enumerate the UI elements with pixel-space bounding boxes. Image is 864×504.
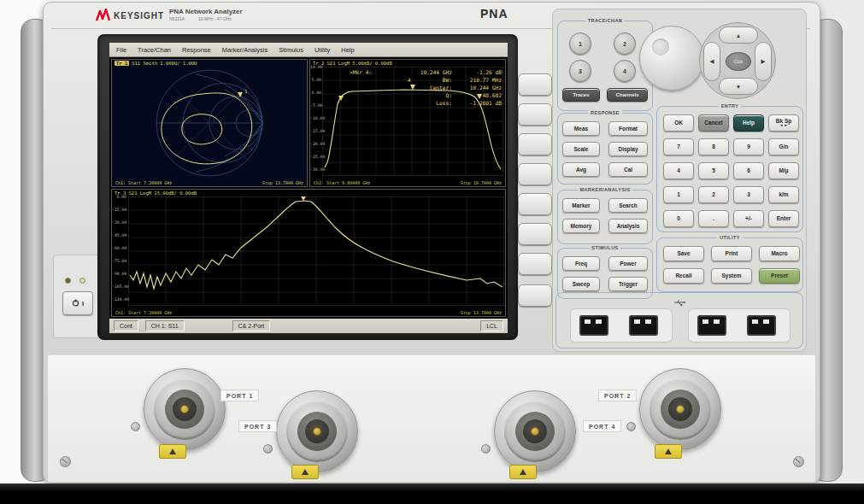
key-memory[interactable]: Memory [562,219,600,233]
key-trace-3[interactable]: 3 [569,60,591,82]
menu-response[interactable]: Response [182,46,211,54]
key-mu[interactable]: M/µ [768,162,799,179]
key-format[interactable]: Format [608,121,648,136]
key-trace-2[interactable]: 2 [614,32,636,55]
wide-ytick: -120.00 [112,297,126,302]
softkey-6[interactable] [518,223,552,245]
key-marker[interactable]: Marker [562,198,600,213]
key-backspace[interactable]: Bk Sp ◄ ► [768,114,799,132]
key-8[interactable]: 8 [698,138,729,155]
section-title: TRACE/CHAN [585,18,625,23]
key-preset[interactable]: Preset [759,268,800,284]
port-1-connector [144,368,226,450]
knob-dimple [652,38,669,56]
menu-utility[interactable]: Utility [314,46,330,54]
key-meas[interactable]: Meas [562,121,600,136]
key-3[interactable]: 3 [733,186,764,203]
softkey-5[interactable] [518,193,552,215]
key-enter[interactable]: Enter [768,210,799,227]
nav-up-button[interactable]: ▲ [719,26,758,44]
usb-icon [673,295,685,310]
bp-ytick: -30.00 [310,167,321,172]
key-trace-4[interactable]: 4 [614,60,636,82]
caution-icon [520,469,526,475]
key-freq[interactable]: Freq [562,256,600,271]
key-recall[interactable]: Recall [663,268,704,284]
power-standby-icon [72,299,79,308]
caution-icon [169,448,176,454]
readout-field: Q: [384,91,452,99]
bp-ytick: 10.00 [310,65,321,69]
key-traces[interactable]: Traces [562,88,600,102]
softkey-4[interactable] [518,163,552,185]
key-5[interactable]: 5 [698,162,729,179]
key-4[interactable]: 4 [663,162,694,179]
key-decimal[interactable]: . [698,210,729,227]
key-7[interactable]: 7 [663,138,694,155]
key-power[interactable]: Power [608,256,648,271]
key-gn[interactable]: G/n [768,138,799,155]
power-line-label: I [82,300,84,308]
caution-icon [302,469,309,475]
key-avg[interactable]: Avg [562,162,600,177]
menu-help[interactable]: Help [341,46,354,54]
softkey-7[interactable] [518,253,552,275]
menu-file[interactable]: File [116,46,126,54]
status-cal: C& 2-Port [232,320,271,331]
key-ok[interactable]: OK [663,114,694,132]
status-run-mode: Cont [114,320,138,331]
connector-panel: PORT 1 PORT 3 PORT 4 PORT 2 [48,355,815,482]
key-print[interactable]: Print [711,246,752,261]
trace1-title: S11 Smith 1.000U/ 1.00U [132,61,197,66]
softkey-8[interactable] [518,284,552,307]
key-macro[interactable]: Macro [759,246,800,261]
menu-stimulus[interactable]: Stimulus [279,46,303,54]
wide-footer-start: Ch1: Start 7.20000 GHz [115,310,172,315]
trace2-title: Tr 2 S21 LogM 5.00dB/ 0.00dB [313,61,392,66]
power-button[interactable]: I [62,291,93,315]
wide-footer-stop: Stop 13.7000 GHz [461,310,502,315]
key-plus-minus[interactable]: +/- [733,210,764,227]
softkey-1[interactable] [518,73,552,96]
key-search[interactable]: Search [608,198,648,213]
key-6[interactable]: 6 [733,162,764,179]
rotary-knob[interactable] [639,26,704,91]
key-save[interactable]: Save [663,246,704,261]
brand-name: KEYSIGHT [114,11,164,21]
key-trace-1[interactable]: 1 [569,32,591,55]
key-trigger[interactable]: Trigger [608,277,648,291]
key-cal[interactable]: Cal [608,162,648,177]
port-2-label: PORT 2 [598,390,637,401]
key-help[interactable]: Help [733,114,764,132]
softkey-2[interactable] [518,103,552,126]
bandpass-graph-panel: Tr 2 S21 LogM 5.00dB/ 0.00dB 10.00 5.00 … [309,59,506,187]
readout-label [350,84,384,91]
nav-down-button[interactable]: ▼ [719,78,758,95]
model-number: N5221A [169,16,185,21]
wide-ytick: -90.00 [112,272,126,276]
key-system[interactable]: System [711,268,752,284]
key-cancel[interactable]: Cancel [698,114,729,132]
key-display[interactable]: Display [608,142,648,156]
key-9[interactable]: 9 [733,138,764,155]
corner-screw [60,456,71,467]
softkey-3[interactable] [518,133,552,155]
key-km[interactable]: k/m [768,186,799,203]
key-sweep[interactable]: Sweep [562,277,600,291]
key-scale[interactable]: Scale [562,142,600,156]
menu-trace-chan[interactable]: Trace/Chan [138,46,171,54]
trace1-tag: Tr 1 [115,61,129,66]
key-1[interactable]: 1 [663,186,694,203]
bandpass-footer-stop: Stop 10.7000 GHz [461,180,502,185]
nav-right-button[interactable]: ▶ [755,42,772,81]
key-0[interactable]: 0 [663,210,694,227]
readout-field: 10.244 GHz [384,68,452,76]
nav-left-button[interactable]: ◀ [703,42,720,81]
screw [263,444,273,454]
screw [481,444,491,454]
key-analysis[interactable]: Analysis [608,219,648,233]
nav-click-button[interactable]: Click [726,52,751,71]
key-channels[interactable]: Channels [607,88,648,102]
menu-marker-analysis[interactable]: Marker/Analysis [222,46,267,54]
key-2[interactable]: 2 [698,186,729,203]
